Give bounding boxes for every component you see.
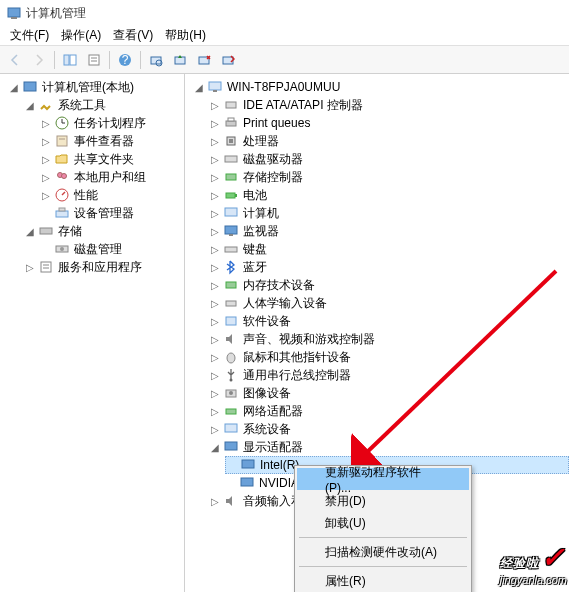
cm-update-driver[interactable]: 更新驱动程序软件(P)... [297, 468, 469, 490]
help-button[interactable]: ? [114, 49, 136, 71]
tree-shared-folders[interactable]: ▷ 共享文件夹 [40, 150, 184, 168]
expander-icon[interactable]: ▷ [209, 207, 221, 219]
tree-imaging[interactable]: ▷图像设备 [209, 384, 569, 402]
expander-icon[interactable]: ▷ [209, 297, 221, 309]
tree-disk-drives[interactable]: ▷磁盘驱动器 [209, 150, 569, 168]
expander-icon[interactable]: ▷ [40, 189, 52, 201]
tree-event-viewer[interactable]: ▷ 事件查看器 [40, 132, 184, 150]
tree-mice[interactable]: ▷鼠标和其他指针设备 [209, 348, 569, 366]
expander-icon[interactable]: ▷ [40, 117, 52, 129]
tree-services[interactable]: ▷ 服务和应用程序 [24, 258, 184, 276]
tree-batteries[interactable]: ▷电池 [209, 186, 569, 204]
svg-rect-35 [213, 90, 217, 92]
display-adapter-icon [239, 475, 255, 491]
expander-icon[interactable]: ◢ [8, 81, 20, 93]
tree-storage[interactable]: ◢ 存储 [24, 222, 184, 240]
expander-icon[interactable]: ▷ [209, 387, 221, 399]
expander-icon[interactable]: ▷ [24, 261, 36, 273]
menu-view[interactable]: 查看(V) [107, 25, 159, 46]
expander-icon[interactable]: ▷ [40, 135, 52, 147]
tree-bluetooth[interactable]: ▷蓝牙 [209, 258, 569, 276]
tree-disk-management[interactable]: ▷ 磁盘管理 [40, 240, 184, 258]
software-device-icon [223, 313, 239, 329]
cm-separator [299, 537, 467, 538]
tree-keyboards[interactable]: ▷键盘 [209, 240, 569, 258]
expander-icon[interactable]: ▷ [209, 495, 221, 507]
printer-icon [223, 115, 239, 131]
expander-icon[interactable]: ◢ [193, 81, 205, 93]
uninstall-button[interactable] [193, 49, 215, 71]
svg-rect-46 [225, 226, 237, 234]
expander-icon[interactable]: ▷ [209, 99, 221, 111]
scan-hardware-button[interactable] [145, 49, 167, 71]
tree-display-adapters[interactable]: ◢ 显示适配器 [209, 438, 569, 456]
cpu-icon [223, 133, 239, 149]
menu-help[interactable]: 帮助(H) [159, 25, 212, 46]
tree-software-devices[interactable]: ▷软件设备 [209, 312, 569, 330]
tree-sound[interactable]: ▷声音、视频和游戏控制器 [209, 330, 569, 348]
tree-memory-tech[interactable]: ▷内存技术设备 [209, 276, 569, 294]
update-driver-button[interactable] [169, 49, 191, 71]
expander-icon[interactable]: ▷ [209, 261, 221, 273]
tree-system-devices[interactable]: ▷系统设备 [209, 420, 569, 438]
tree-network[interactable]: ▷网络适配器 [209, 402, 569, 420]
tree-computer-root[interactable]: ◢ WIN-T8FPJA0UMUU [193, 78, 569, 96]
expander-icon[interactable]: ▷ [209, 189, 221, 201]
tree-processors[interactable]: ▷处理器 [209, 132, 569, 150]
tree-print-queues[interactable]: ▷Print queues [209, 114, 569, 132]
svg-rect-4 [89, 55, 99, 65]
expander-icon[interactable]: ▷ [209, 405, 221, 417]
expander-icon[interactable]: ▷ [209, 369, 221, 381]
svg-point-53 [230, 379, 233, 382]
svg-rect-48 [225, 247, 237, 252]
expander-icon[interactable]: ▷ [209, 117, 221, 129]
expander-icon[interactable]: ◢ [24, 99, 36, 111]
show-hide-tree-button[interactable] [59, 49, 81, 71]
cm-properties[interactable]: 属性(R) [297, 570, 469, 592]
tree-local-users[interactable]: ▷ 本地用户和组 [40, 168, 184, 186]
properties-button[interactable] [83, 49, 105, 71]
tree-ide[interactable]: ▷IDE ATA/ATAPI 控制器 [209, 96, 569, 114]
ide-icon [223, 97, 239, 113]
tree-computer[interactable]: ▷计算机 [209, 204, 569, 222]
tree-storage-controllers[interactable]: ▷存储控制器 [209, 168, 569, 186]
toolbar: ? [0, 46, 569, 74]
expander-icon[interactable]: ▷ [209, 243, 221, 255]
sound-icon [223, 331, 239, 347]
tree-device-manager[interactable]: ▷ 设备管理器 [40, 204, 184, 222]
expander-icon[interactable]: ▷ [209, 351, 221, 363]
expander-icon[interactable]: ▷ [209, 153, 221, 165]
expander-icon[interactable]: ▷ [209, 315, 221, 327]
expander-icon[interactable]: ▷ [209, 279, 221, 291]
cm-scan[interactable]: 扫描检测硬件改动(A) [297, 541, 469, 563]
expander-icon[interactable]: ▷ [209, 423, 221, 435]
expander-icon[interactable]: ▷ [209, 135, 221, 147]
expander-icon[interactable]: ▷ [209, 333, 221, 345]
tree-system-tools[interactable]: ◢ 系统工具 [24, 96, 184, 114]
expander-icon[interactable]: ▷ [40, 171, 52, 183]
svg-rect-58 [225, 442, 237, 450]
expander-icon[interactable]: ◢ [209, 441, 221, 453]
usb-icon [223, 367, 239, 383]
tree-monitors[interactable]: ▷监视器 [209, 222, 569, 240]
svg-rect-27 [59, 208, 65, 211]
expander-icon[interactable]: ▷ [209, 225, 221, 237]
tree-hid[interactable]: ▷人体学输入设备 [209, 294, 569, 312]
expander-icon[interactable]: ▷ [40, 153, 52, 165]
services-icon [38, 259, 54, 275]
svg-rect-60 [241, 478, 253, 486]
menu-action[interactable]: 操作(A) [55, 25, 107, 46]
tree-usb[interactable]: ▷通用串行总线控制器 [209, 366, 569, 384]
menu-file[interactable]: 文件(F) [4, 25, 55, 46]
tree-performance[interactable]: ▷ 性能 [40, 186, 184, 204]
context-menu: 更新驱动程序软件(P)... 禁用(D) 卸载(U) 扫描检测硬件改动(A) 属… [294, 465, 472, 592]
tree-root-local[interactable]: ◢ 计算机管理(本地) [8, 78, 184, 96]
disable-button[interactable] [217, 49, 239, 71]
storage-controller-icon [223, 169, 239, 185]
left-tree-pane[interactable]: ◢ 计算机管理(本地) ◢ 系统工具 ▷ 任务计划程序 [0, 74, 185, 592]
expander-icon[interactable]: ▷ [209, 171, 221, 183]
svg-text:?: ? [122, 53, 129, 67]
tree-task-scheduler[interactable]: ▷ 任务计划程序 [40, 114, 184, 132]
cm-uninstall[interactable]: 卸载(U) [297, 512, 469, 534]
expander-icon[interactable]: ◢ [24, 225, 36, 237]
